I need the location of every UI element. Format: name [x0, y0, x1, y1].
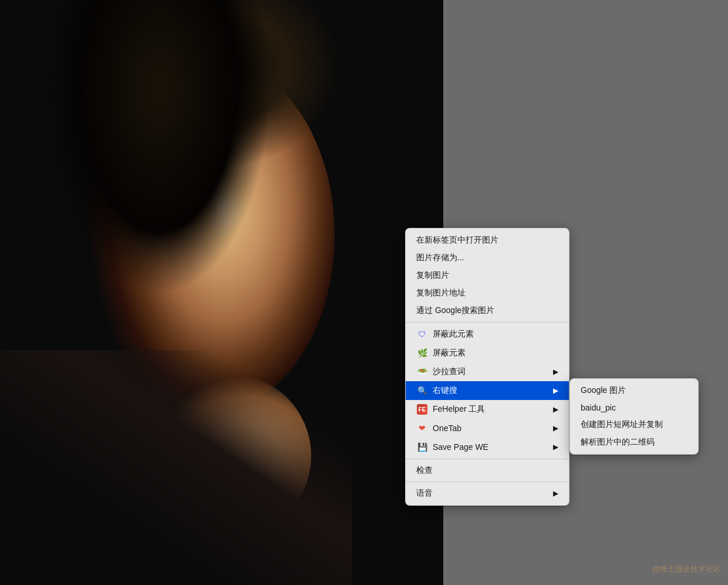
- menu-item-label: 屏蔽元素: [433, 348, 558, 358]
- watermark: @稀土掘金技术社区: [652, 564, 721, 574]
- menu-item-inspect[interactable]: 检查: [406, 462, 569, 479]
- menu-separator-3: [406, 482, 569, 482]
- body-dark: [0, 350, 352, 585]
- menu-item-block-elements[interactable]: 🌿 屏蔽元素: [406, 344, 569, 362]
- menu-item-label: 在新标签页中打开图片: [416, 235, 558, 246]
- submenu-arrow: ▶: [541, 443, 558, 451]
- context-menu: 在新标签页中打开图片 图片存储为... 复制图片 复制图片地址 通过 Googl…: [405, 228, 569, 506]
- menu-item-label: 右键搜: [433, 385, 541, 396]
- page-background: [0, 0, 728, 585]
- fehelper-icon: FE: [416, 404, 428, 415]
- menu-item-label: 检查: [416, 465, 558, 476]
- submenu-arrow: ▶: [541, 405, 558, 413]
- menu-item-label: OneTab: [433, 423, 541, 433]
- shield-icon: 🛡: [416, 328, 428, 340]
- menu-item-search-by-google[interactable]: 通过 Google搜索图片: [406, 302, 569, 320]
- menu-item-label: 屏蔽此元素: [433, 329, 558, 339]
- menu-item-label: 复制图片地址: [416, 288, 558, 298]
- onetab-icon: ❤: [416, 422, 428, 434]
- menu-item-label: 沙拉查词: [433, 367, 541, 377]
- submenu-item-label: 解析图片中的二维码: [581, 437, 655, 448]
- menu-item-label: 图片存储为...: [416, 253, 558, 263]
- menu-item-label: 语音: [416, 488, 541, 499]
- hair-dark: [70, 0, 364, 264]
- menu-item-salad-query[interactable]: 🥗 沙拉查词 ▶: [406, 362, 569, 381]
- menu-item-label: Save Page WE: [433, 442, 541, 452]
- submenu-arrow: ▶: [541, 386, 558, 395]
- right-search-submenu: Google 图片 baidu_pic 创建图片短网址并复制 解析图片中的二维码: [569, 378, 699, 455]
- menu-item-right-search[interactable]: 🔍 右键搜 ▶ Google 图片 baidu_pic 创建图片短网址并复制 解…: [406, 381, 569, 400]
- menu-separator-1: [406, 322, 569, 322]
- menu-item-label: 复制图片: [416, 270, 558, 281]
- menu-item-save-image-as[interactable]: 图片存储为...: [406, 249, 569, 267]
- menu-separator-2: [406, 459, 569, 459]
- submenu-item-label: baidu_pic: [581, 403, 616, 412]
- search-icon: 🔍: [416, 385, 428, 396]
- menu-item-label: 通过 Google搜索图片: [416, 305, 558, 316]
- bg-left: [0, 0, 443, 585]
- submenu-arrow: ▶: [541, 368, 558, 376]
- menu-item-block-element[interactable]: 🛡 屏蔽此元素: [406, 325, 569, 344]
- menu-item-save-page[interactable]: 💾 Save Page WE ▶: [406, 438, 569, 456]
- submenu-arrow: ▶: [541, 424, 558, 432]
- menu-item-onetab[interactable]: ❤ OneTab ▶: [406, 419, 569, 438]
- submenu-item-google-images[interactable]: Google 图片: [570, 382, 698, 399]
- submenu-item-label: Google 图片: [581, 385, 626, 396]
- submenu-item-parse-qrcode[interactable]: 解析图片中的二维码: [570, 433, 698, 451]
- menu-item-voice[interactable]: 语音 ▶: [406, 485, 569, 502]
- menu-item-label: FeHelper 工具: [433, 404, 541, 415]
- save-icon: 💾: [416, 441, 428, 453]
- menu-item-fehelper[interactable]: FE FeHelper 工具 ▶: [406, 400, 569, 419]
- submenu-arrow: ▶: [541, 489, 558, 497]
- submenu-item-baidu-pic[interactable]: baidu_pic: [570, 399, 698, 416]
- leaf-icon: 🌿: [416, 347, 428, 359]
- menu-item-open-image-tab[interactable]: 在新标签页中打开图片: [406, 231, 569, 249]
- submenu-item-create-short-url[interactable]: 创建图片短网址并复制: [570, 416, 698, 433]
- submenu-item-label: 创建图片短网址并复制: [581, 419, 663, 430]
- menu-item-copy-image-address[interactable]: 复制图片地址: [406, 284, 569, 302]
- salad-icon: 🥗: [416, 366, 428, 378]
- menu-item-copy-image[interactable]: 复制图片: [406, 267, 569, 284]
